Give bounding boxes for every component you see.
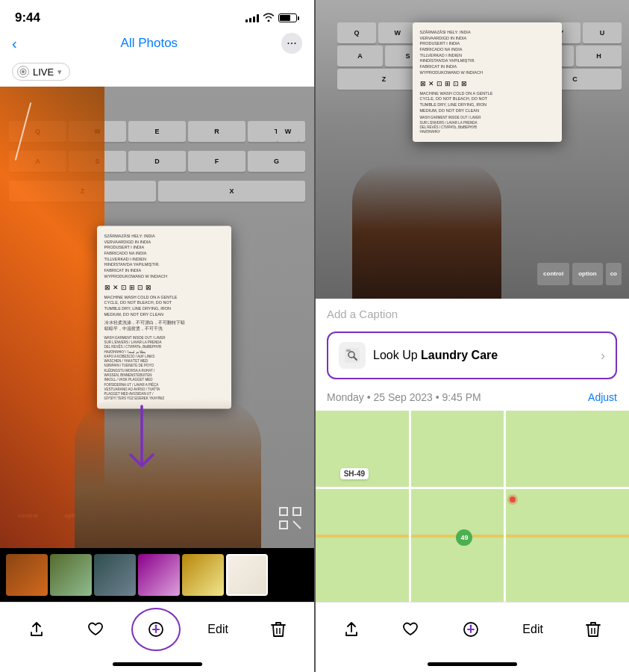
lookup-bold: Laundry Care [421, 349, 498, 361]
visual-search-icon-left [146, 620, 166, 639]
svg-point-1 [22, 70, 25, 73]
live-bar: LIVE ▾ [0, 60, 314, 87]
photo-area-right: QWERTYU ASDFGH ZXC control option co SZÁ… [315, 0, 629, 299]
delete-button-right[interactable] [577, 615, 610, 644]
like-button-left[interactable] [78, 615, 113, 644]
heart-icon-right [402, 621, 419, 638]
share-icon-right [343, 621, 360, 638]
thumbnail-1[interactable] [6, 554, 48, 596]
wash-icons-row-right: ⊠ ✕ ⊡ ⊞ ⊡ ⊠ [420, 80, 554, 87]
share-icon [28, 621, 45, 638]
purple-arrow [119, 399, 164, 488]
visual-search-icon-right [461, 620, 481, 639]
clothing-label-right-top: SZÁRMAZÁSI HELY: INDIAVERVAARDIGD IN IND… [413, 22, 562, 142]
svg-rect-4 [280, 521, 287, 529]
thumbnail-4[interactable] [138, 554, 180, 596]
more-button-left[interactable]: ··· [281, 33, 302, 54]
thumbnail-2[interactable] [50, 554, 92, 596]
edit-label-right: Edit [522, 623, 543, 636]
visual-search-button-left[interactable] [137, 614, 175, 645]
map-road-v2 [504, 411, 506, 602]
edit-button-left[interactable]: Edit [198, 617, 237, 642]
edit-button-right[interactable]: Edit [513, 617, 552, 642]
share-button-left[interactable] [19, 615, 54, 644]
adjust-button[interactable]: Adjust [588, 391, 617, 403]
svg-rect-3 [293, 508, 301, 515]
nav-bar-left: ‹ All Photos ··· [0, 30, 314, 60]
visual-search-button-right[interactable] [452, 614, 489, 645]
thumbnail-5[interactable] [182, 554, 224, 596]
label-wash-text-left: MACHINE WASH COLD ON A GENTLECYCLE, DO N… [104, 294, 224, 317]
live-dot-icon [17, 66, 29, 78]
home-indicator-left [0, 656, 314, 672]
nav-title-left[interactable]: All Photos [17, 36, 281, 51]
hand-overlay-left [75, 399, 261, 548]
lookup-card[interactable]: Look Up Laundry Care › [327, 332, 617, 379]
live-chevron-icon: ▾ [57, 67, 62, 77]
lookup-text: Look Up Laundry Care [373, 349, 593, 362]
heart-icon [87, 621, 104, 638]
map-badge-sh49: SH-49 [340, 468, 369, 479]
map-area: SH-49 49 [315, 411, 629, 602]
caption-area: Add a Caption [315, 299, 629, 327]
lookup-icon-box [339, 342, 366, 369]
lookup-icon [344, 347, 360, 364]
thumbnail-strip [0, 548, 314, 602]
label-asian-text: 冷水轻柔洗涤，不可漂白，不可翻转下晾晾晾平，中温熨烫，不可干洗 [104, 320, 224, 332]
thumbnail-6-active[interactable] [226, 554, 268, 596]
home-bar-right [428, 662, 517, 666]
trash-icon-left [271, 621, 286, 638]
share-button-right[interactable] [334, 615, 369, 644]
back-chevron-icon: ‹ [12, 35, 17, 52]
caption-placeholder[interactable]: Add a Caption [327, 308, 398, 320]
signal-icon [245, 13, 259, 22]
status-icons-left [245, 13, 299, 24]
label-multilang-text-left: WASH GARMENT INSIDE OUT / LAVERSUR L'ENV… [104, 335, 224, 401]
hand-overlay-right [352, 164, 501, 299]
home-bar-left [113, 662, 202, 666]
left-phone-panel: 9:44 [0, 0, 314, 672]
edit-label-left: Edit [207, 623, 228, 636]
scan-overlay-icon [278, 506, 302, 533]
svg-point-6 [149, 623, 163, 636]
right-phone-panel: QWERTYU ASDFGH ZXC control option co SZÁ… [314, 0, 629, 672]
thumbnail-3[interactable] [94, 554, 136, 596]
highway-badge: 49 [456, 529, 472, 546]
date-text: Monday • 25 Sep 2023 • 9:45 PM [327, 391, 481, 403]
clothing-label-left: SZÁRMAZÁSI HELY: INDIAVERVAARDIGD IN IND… [97, 226, 231, 409]
phone-divider [314, 0, 316, 672]
trash-icon-right [586, 621, 601, 638]
svg-line-5 [293, 521, 301, 529]
delete-button-left[interactable] [262, 615, 295, 644]
wash-icons-row: ⊠ ✕ ⊡ ⊞ ⊡ ⊠ [104, 283, 224, 290]
label-origin-text: SZÁRMAZÁSI HELY: INDIAVERVAARDIGD IN IND… [104, 234, 224, 280]
battery-icon [278, 13, 299, 22]
bottom-toolbar-left: Edit [0, 602, 314, 656]
like-button-right[interactable] [393, 615, 428, 644]
svg-rect-13 [346, 349, 351, 352]
map-road-v1 [409, 411, 411, 602]
photo-area-left: QWERT W ASDFG ZX control o [0, 87, 314, 548]
svg-point-15 [469, 624, 472, 626]
svg-point-7 [154, 624, 157, 626]
live-badge[interactable]: LIVE ▾ [12, 63, 70, 81]
status-time-left: 9:44 [15, 10, 40, 25]
wifi-icon [263, 13, 275, 24]
label-wash-text-right: MACHINE WASH COLD ON A GENTLECYCLE, DO N… [420, 91, 554, 114]
live-label: LIVE [33, 66, 54, 78]
back-button[interactable]: ‹ [12, 35, 17, 52]
map-road-h1 [315, 487, 629, 489]
label-multilang-right: WASH GARMENT INSIDE OUT / LAVERSUR L'ENV… [420, 116, 554, 134]
map-location-dot [510, 497, 516, 503]
home-indicator-right [315, 656, 629, 672]
lookup-chevron-icon: › [601, 348, 605, 364]
label-origin-text-right: SZÁRMAZÁSI HELY: INDIAVERVAARDIGD IN IND… [420, 30, 554, 76]
bottom-toolbar-right: Edit [315, 602, 629, 656]
date-row: Monday • 25 Sep 2023 • 9:45 PM Adjust [315, 384, 629, 411]
svg-rect-2 [280, 508, 287, 515]
lookup-prefix: Look Up [373, 349, 421, 361]
status-bar-left: 9:44 [0, 0, 314, 30]
more-icon: ··· [287, 37, 296, 50]
